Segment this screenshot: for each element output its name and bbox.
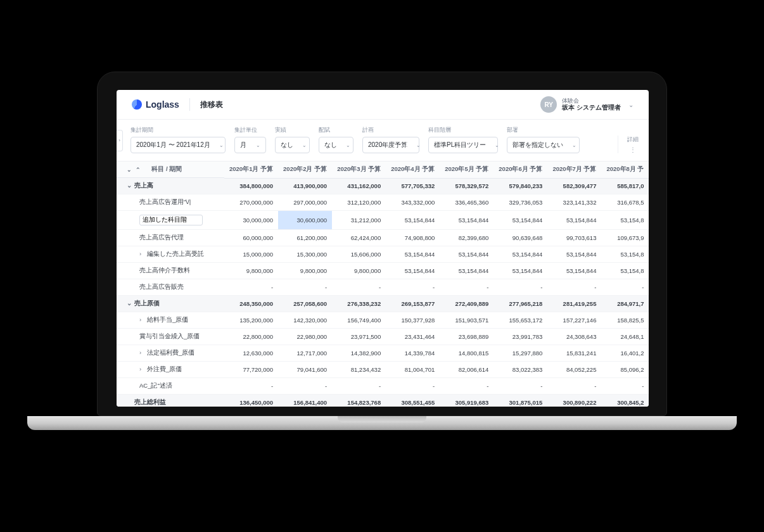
row-collapse-icon[interactable]: ⌄ xyxy=(127,300,132,307)
data-cell[interactable]: 15,606,000 xyxy=(332,246,386,263)
data-cell[interactable]: - xyxy=(332,378,386,395)
data-cell[interactable]: 15,000,000 xyxy=(224,246,278,263)
data-cell[interactable]: 60,000,000 xyxy=(224,230,278,246)
data-cell[interactable]: 579,840,233 xyxy=(493,178,547,194)
data-cell[interactable]: 300,890,222 xyxy=(547,395,601,407)
data-cell[interactable]: 585,817,0 xyxy=(601,178,649,194)
data-cell[interactable]: 24,648,1 xyxy=(601,329,649,345)
row-first-cell[interactable]: ›編集した売上高受託 xyxy=(117,246,224,263)
data-cell[interactable]: 336,465,360 xyxy=(440,194,493,211)
data-cell[interactable]: 14,800,815 xyxy=(440,345,493,362)
data-cell[interactable]: 53,154,844 xyxy=(493,246,547,263)
data-cell[interactable]: - xyxy=(278,378,332,395)
data-cell[interactable]: 9,800,000 xyxy=(332,263,386,279)
row-expand-icon[interactable]: › xyxy=(139,316,144,323)
data-cell[interactable]: 272,409,889 xyxy=(440,296,493,312)
data-cell[interactable]: 312,120,000 xyxy=(332,194,386,211)
column-header[interactable]: 2020年7月 予算 xyxy=(547,162,601,178)
row-first-cell[interactable]: ›給料手当_原価 xyxy=(117,312,224,329)
data-cell[interactable]: 297,000,000 xyxy=(278,194,332,211)
data-cell[interactable]: - xyxy=(224,279,278,296)
data-cell[interactable]: 53,154,8 xyxy=(601,263,649,279)
data-cell[interactable]: 74,908,800 xyxy=(386,230,440,246)
plan-select[interactable]: 2020年度予算 ⌄ xyxy=(362,137,419,153)
data-cell[interactable]: 24,308,643 xyxy=(547,329,601,345)
data-cell[interactable]: - xyxy=(278,279,332,296)
user-menu[interactable]: RY 体験会 坂本 システム管理者 ⌄ xyxy=(540,96,633,113)
data-cell[interactable]: 90,639,648 xyxy=(493,230,547,246)
data-cell[interactable]: 300,845,2 xyxy=(601,395,649,407)
data-cell[interactable]: - xyxy=(332,279,386,296)
tree-select[interactable]: 標準PL科目ツリー ⌄ xyxy=(428,137,498,153)
data-cell[interactable]: 578,329,572 xyxy=(440,178,493,194)
data-cell[interactable]: 384,800,000 xyxy=(224,178,278,194)
column-header[interactable]: 2020年1月 予算 xyxy=(224,162,278,178)
row-expand-icon[interactable]: › xyxy=(139,365,144,372)
data-cell[interactable]: 99,703,613 xyxy=(547,230,601,246)
data-cell[interactable]: 9,800,000 xyxy=(278,263,332,279)
data-cell[interactable]: 284,971,7 xyxy=(601,296,649,312)
kebab-icon[interactable]: ⋮ xyxy=(630,146,637,153)
data-cell[interactable]: 23,431,464 xyxy=(386,329,440,345)
row-label-input[interactable] xyxy=(139,215,203,225)
data-cell[interactable]: 276,338,232 xyxy=(332,296,386,312)
brand-logo[interactable]: Loglass xyxy=(132,99,179,110)
row-first-cell[interactable]: ⌄売上高 xyxy=(117,178,224,194)
data-cell[interactable]: 12,717,000 xyxy=(278,345,332,362)
data-cell[interactable]: 308,551,455 xyxy=(386,395,440,407)
data-cell[interactable]: - xyxy=(440,378,493,395)
data-cell[interactable]: 53,154,844 xyxy=(547,263,601,279)
data-cell[interactable]: 53,154,844 xyxy=(440,263,493,279)
data-cell[interactable]: 23,971,500 xyxy=(332,329,386,345)
data-cell[interactable]: - xyxy=(547,378,601,395)
data-cell[interactable]: - xyxy=(224,378,278,395)
column-header[interactable]: 2020年6月 予算 xyxy=(493,162,547,178)
data-cell[interactable]: 62,424,000 xyxy=(332,230,386,246)
data-cell[interactable]: 413,900,000 xyxy=(278,178,332,194)
row-expand-icon[interactable]: › xyxy=(139,349,144,356)
column-header[interactable]: 2020年4月 予算 xyxy=(386,162,440,178)
data-cell[interactable]: 61,200,000 xyxy=(278,230,332,246)
data-cell[interactable]: 9,800,000 xyxy=(224,263,278,279)
data-cell[interactable]: 16,401,2 xyxy=(601,345,649,362)
data-cell[interactable]: 156,841,400 xyxy=(278,395,332,407)
data-cell[interactable]: 23,991,783 xyxy=(493,329,547,345)
data-cell[interactable]: 281,419,255 xyxy=(547,296,601,312)
row-expand-icon[interactable]: › xyxy=(139,250,144,257)
data-cell[interactable]: 31,212,000 xyxy=(332,211,386,230)
data-cell[interactable]: 53,154,844 xyxy=(440,211,493,230)
data-cell[interactable]: 301,875,015 xyxy=(493,395,547,407)
data-cell[interactable]: 79,041,600 xyxy=(278,362,332,378)
row-collapse-icon[interactable]: ⌄ xyxy=(127,182,132,189)
data-cell[interactable]: - xyxy=(493,378,547,395)
sidebar-expand-handle[interactable]: › xyxy=(117,130,123,151)
data-cell[interactable]: 53,154,844 xyxy=(493,211,547,230)
data-cell[interactable]: 142,320,000 xyxy=(278,312,332,329)
column-header[interactable]: 2020年2月 予算 xyxy=(278,162,332,178)
row-first-cell[interactable]: ›法定福利費_原価 xyxy=(117,345,224,362)
data-cell[interactable]: 155,653,172 xyxy=(493,312,547,329)
data-cell[interactable]: 84,052,225 xyxy=(547,362,601,378)
data-cell[interactable]: 82,006,614 xyxy=(440,362,493,378)
data-cell[interactable]: - xyxy=(547,279,601,296)
data-cell[interactable]: 23,698,889 xyxy=(440,329,493,345)
alloc-select[interactable]: なし ⌄ xyxy=(319,137,353,153)
data-cell[interactable]: 257,058,600 xyxy=(278,296,332,312)
data-cell[interactable]: 154,823,768 xyxy=(332,395,386,407)
data-cell[interactable]: - xyxy=(601,378,649,395)
data-cell[interactable]: - xyxy=(386,279,440,296)
data-cell[interactable]: 343,332,000 xyxy=(386,194,440,211)
data-cell[interactable]: 305,919,683 xyxy=(440,395,493,407)
column-header[interactable]: 2020年8月 予 xyxy=(601,162,649,178)
data-cell[interactable]: 135,200,000 xyxy=(224,312,278,329)
data-cell[interactable]: 582,309,477 xyxy=(547,178,601,194)
data-cell[interactable]: 53,154,844 xyxy=(386,246,440,263)
data-cell[interactable]: 22,800,000 xyxy=(224,329,278,345)
data-cell[interactable]: 15,297,880 xyxy=(493,345,547,362)
expand-all-icon[interactable]: ⌃ xyxy=(136,167,141,173)
data-cell[interactable]: 77,720,000 xyxy=(224,362,278,378)
data-cell[interactable]: 22,980,000 xyxy=(278,329,332,345)
data-cell[interactable]: 81,234,432 xyxy=(332,362,386,378)
data-cell[interactable]: 30,000,000 xyxy=(224,211,278,230)
data-cell[interactable]: - xyxy=(493,279,547,296)
